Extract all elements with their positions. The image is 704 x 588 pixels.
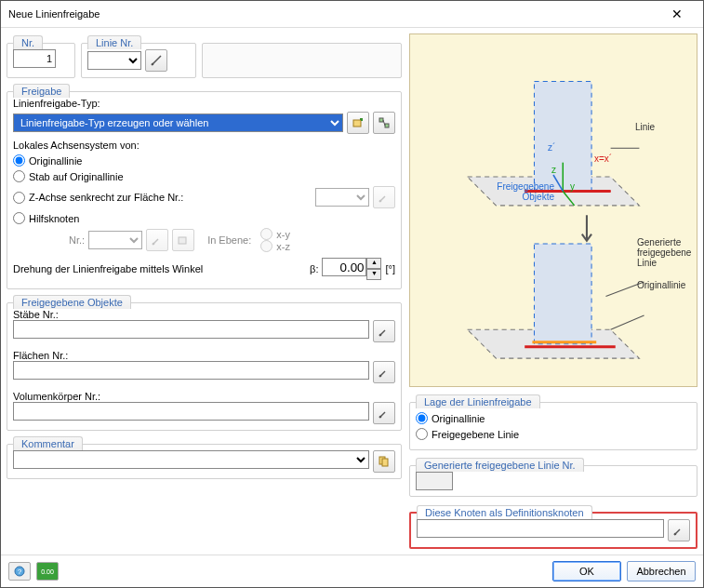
svg-rect-11: [382, 459, 388, 466]
zaxis-surface-select: [315, 188, 369, 207]
comment-legend: Kommentar: [13, 436, 83, 450]
comment-select[interactable]: [13, 450, 369, 469]
diag-axis-y: y: [570, 181, 575, 192]
pick-members-icon[interactable]: [373, 320, 395, 342]
defnodes-legend: Diese Knoten als Definitionsknoten: [417, 505, 592, 519]
help-icon[interactable]: ?: [8, 562, 31, 581]
pick-node-icon: [146, 229, 168, 251]
radio-originallinie-label: Originallinie: [29, 155, 82, 167]
solids-input[interactable]: [13, 402, 369, 421]
pick-surfaces-icon[interactable]: [373, 361, 395, 383]
beta-spinner[interactable]: ▲▼: [322, 258, 381, 280]
solids-label: Volumenkörper Nr.:: [13, 391, 395, 402]
radio-plane-xz: x-z: [260, 240, 290, 252]
defnodes-input[interactable]: [417, 519, 664, 538]
surfaces-input[interactable]: [13, 361, 369, 380]
typ-label: Linienfreigabe-Typ:: [13, 98, 395, 109]
radio-hilfsknoten[interactable]: Hilfsknoten: [13, 212, 395, 224]
svg-point-7: [379, 334, 382, 337]
diag-axis-x: x=x´: [594, 154, 612, 164]
radio-zachse[interactable]: Z-Achse senkrecht zur Fläche Nr.:: [13, 192, 312, 204]
diag-gen-b: freigegebene: [637, 247, 691, 258]
svg-point-0: [152, 63, 154, 66]
rotation-label: Drehung der Linienfreigabe mittels Winke…: [13, 263, 306, 274]
freigabe-legend: Freigabe: [13, 84, 70, 98]
radio-loc-original-label: Originallinie: [432, 413, 485, 424]
beta-input[interactable]: [322, 258, 366, 276]
edit-type-icon[interactable]: [373, 112, 395, 134]
svg-rect-6: [179, 237, 186, 244]
diag-label-linie: Linie: [635, 122, 655, 132]
diagram-preview: Linie Freigegebene Objekte z´ z y x=x´ G…: [409, 33, 697, 387]
generated-line-output: [416, 472, 453, 490]
generated-legend: Generierte freigegebene Linie Nr.: [416, 458, 584, 472]
new-node-icon: [172, 229, 194, 251]
window-title: Neue Linienfreigabe: [8, 8, 658, 20]
svg-point-5: [153, 243, 155, 246]
diag-axis-z: z: [551, 165, 556, 175]
empty-panel: [202, 43, 402, 78]
radio-plane-xy: x-y: [260, 228, 290, 240]
location-legend: Lage der Linienfreigabe: [416, 394, 540, 408]
svg-text:?: ?: [18, 568, 22, 576]
svg-rect-2: [379, 118, 383, 122]
pick-defnodes-icon[interactable]: [668, 519, 690, 541]
radio-hilfsknoten-label: Hilfsknoten: [29, 213, 79, 224]
helpnode-nr-select: [88, 231, 142, 249]
radio-originallinie[interactable]: Originallinie: [13, 154, 395, 167]
plane-xy-label: x-y: [276, 229, 290, 240]
radio-loc-released[interactable]: Freigegebene Linie: [416, 428, 691, 440]
units-icon[interactable]: 0.00: [36, 562, 59, 581]
in-plane-label: In Ebene:: [207, 234, 251, 246]
svg-rect-1: [353, 120, 361, 127]
svg-point-22: [674, 533, 677, 536]
pick-surface-icon: [373, 186, 395, 208]
svg-point-9: [379, 416, 382, 419]
diag-label-released-a: Freigegebene: [480, 181, 554, 192]
local-axis-label: Lokales Achsensystem von:: [13, 140, 395, 151]
diag-axis-z1: z´: [548, 142, 555, 153]
beta-label: β:: [310, 263, 318, 274]
comment-library-icon[interactable]: [373, 450, 395, 473]
radio-stab-label: Stab auf Originallinie: [29, 171, 124, 182]
close-button[interactable]: ✕: [658, 1, 696, 27]
svg-point-4: [379, 200, 382, 203]
radio-stab[interactable]: Stab auf Originallinie: [13, 170, 395, 182]
radio-loc-original[interactable]: Originallinie: [416, 412, 691, 424]
line-nr-legend: Linie Nr.: [87, 35, 141, 49]
members-input[interactable]: [13, 320, 369, 339]
beta-down[interactable]: ▼: [366, 269, 381, 280]
cancel-button[interactable]: Abbrechen: [627, 561, 696, 581]
line-nr-select[interactable]: [87, 51, 141, 70]
beta-up[interactable]: ▲: [366, 258, 381, 269]
new-type-icon[interactable]: [347, 112, 369, 134]
radio-zachse-label: Z-Achse senkrecht zur Fläche Nr.:: [29, 192, 183, 203]
svg-rect-3: [385, 124, 389, 127]
diag-origline: Originallinie: [637, 280, 685, 290]
radio-loc-released-label: Freigegebene Linie: [432, 429, 519, 440]
released-legend: Freigegebene Objekte: [13, 295, 131, 309]
helpnode-nr-label: Nr.:: [69, 234, 85, 246]
svg-point-8: [379, 375, 382, 378]
plane-xz-label: x-z: [276, 241, 290, 252]
beta-unit: [°]: [385, 263, 395, 274]
pick-solids-icon[interactable]: [373, 402, 395, 424]
surfaces-label: Flächen Nr.:: [13, 350, 395, 361]
diag-gen-a: Generierte: [637, 237, 691, 247]
pick-line-icon[interactable]: [145, 49, 167, 72]
nr-input[interactable]: [13, 49, 56, 68]
nr-legend: Nr.: [13, 35, 43, 49]
typ-select[interactable]: Linienfreigabe-Typ erzeugen oder wählen: [13, 114, 343, 132]
ok-button[interactable]: OK: [552, 561, 621, 581]
svg-line-21: [611, 315, 644, 329]
members-label: Stäbe Nr.:: [13, 309, 395, 320]
diag-label-released-b: Objekte: [480, 192, 554, 202]
diag-gen-c: Linie: [637, 258, 691, 268]
